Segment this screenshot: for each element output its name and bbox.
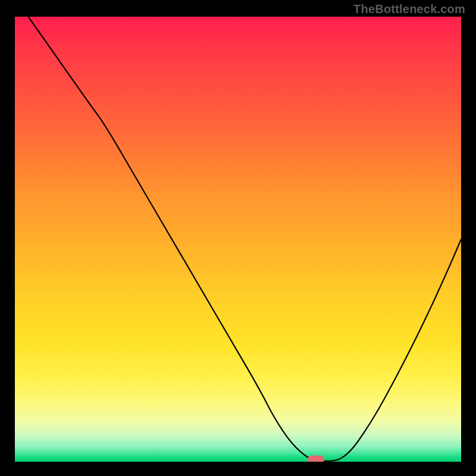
optimal-marker [308,456,324,462]
bottleneck-curve [29,17,462,461]
curve-layer [15,17,461,462]
watermark-text: TheBottleneck.com [353,2,465,16]
plot-area [15,17,461,462]
chart-stage: TheBottleneck.com [0,0,476,476]
